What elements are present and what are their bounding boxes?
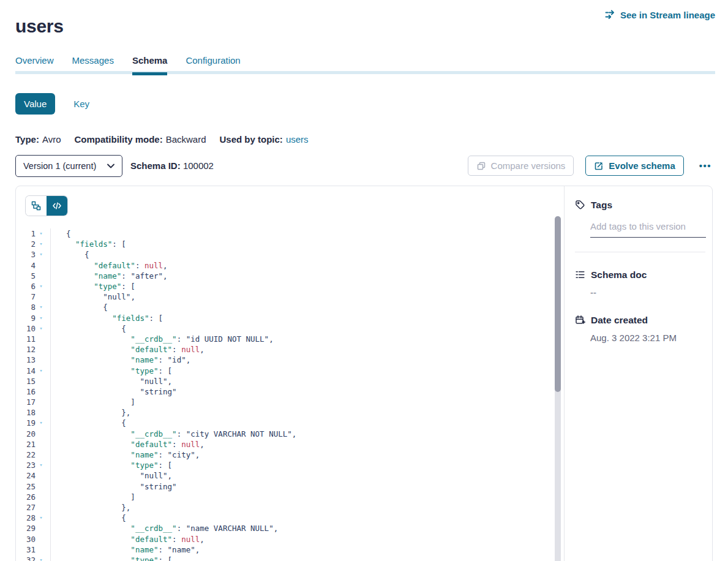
code-line: 32▾ "type": [ (16, 555, 552, 561)
edit-icon (594, 161, 604, 171)
code-line: 16 "string" (16, 386, 552, 397)
line-number: 30 (16, 535, 36, 544)
editor-gutter: 19▾ (16, 418, 51, 428)
code-line: 12 "default": null, (16, 344, 552, 355)
line-number: 24 (16, 471, 36, 480)
editor-gutter: 3▾ (16, 249, 51, 260)
tab-configuration[interactable]: Configuration (186, 55, 240, 75)
version-select[interactable]: Version 1 (current) (15, 155, 122, 177)
date-created-title: Date created (575, 315, 704, 326)
schema-doc-value: -- (590, 287, 704, 298)
line-number: 4 (16, 261, 36, 270)
compare-versions-button[interactable]: Compare versions (468, 156, 574, 176)
code-text: { (51, 303, 108, 312)
line-number: 10 (16, 324, 36, 333)
code-line: 20 "__crdb__": "city VARCHAR NOT NULL", (16, 429, 552, 439)
stream-lineage-icon (605, 9, 616, 20)
fold-toggle-icon[interactable]: ▾ (36, 252, 47, 257)
line-number: 25 (16, 482, 36, 491)
line-number: 15 (16, 377, 36, 386)
editor-gutter: 23▾ (16, 460, 51, 470)
calendar-plus-icon (575, 315, 585, 325)
version-toolbar: Version 1 (current) Schema ID: 100002 Co… (15, 155, 715, 177)
line-number: 17 (16, 397, 36, 407)
line-number: 26 (16, 492, 36, 502)
topic-link[interactable]: users (286, 134, 309, 145)
line-number: 3 (16, 250, 36, 259)
stream-lineage-link[interactable]: See in Stream lineage (605, 9, 715, 20)
line-number: 6 (16, 282, 36, 291)
code-line: 19▾ { (16, 418, 552, 428)
schema-editor-panel: 1▾{2▾ "fields": [3▾ {4 "default": null,5… (16, 186, 565, 561)
fold-toggle-icon[interactable]: ▾ (36, 557, 47, 561)
code-line: 8▾ { (16, 302, 552, 312)
code-line: 15 "null", (16, 376, 552, 386)
fold-toggle-icon[interactable]: ▾ (36, 231, 47, 236)
tab-messages[interactable]: Messages (72, 55, 114, 75)
code-icon (52, 201, 62, 211)
fold-toggle-icon[interactable]: ▾ (36, 284, 47, 289)
code-line: 5 "name": "after", (16, 271, 552, 281)
editor-gutter: 18 (16, 407, 51, 418)
date-created-value: Aug. 3 2022 3:21 PM (590, 333, 704, 343)
schema-doc-title: Schema doc (575, 269, 704, 280)
code-line: 24 "null", (16, 470, 552, 481)
schema-code-editor[interactable]: 1▾{2▾ "fields": [3▾ {4 "default": null,5… (16, 228, 552, 561)
code-text: "fields": [ (51, 314, 163, 323)
editor-scrollbar[interactable] (555, 216, 561, 561)
code-view-button[interactable] (47, 196, 67, 216)
tab-schema[interactable]: Schema (132, 55, 168, 75)
code-text: { (51, 513, 126, 522)
code-text: "null", (51, 377, 172, 386)
code-text: "fields": [ (51, 239, 126, 249)
add-tags-input[interactable] (590, 221, 706, 238)
fold-toggle-icon[interactable]: ▾ (36, 462, 47, 468)
line-number: 12 (16, 345, 36, 354)
code-text: { (51, 229, 71, 238)
editor-gutter: 5 (16, 271, 51, 281)
fold-toggle-icon[interactable]: ▾ (36, 304, 47, 310)
code-text: { (51, 418, 126, 427)
code-text: "type": [ (51, 366, 172, 375)
tag-icon (575, 200, 585, 210)
line-number: 8 (16, 303, 36, 312)
sidebar-divider (575, 252, 705, 252)
code-text: "default": null, (51, 345, 205, 354)
code-text: "string" (51, 482, 177, 491)
compatibility-field: Compatibility mode:Backward (74, 134, 206, 145)
editor-gutter: 32▾ (16, 555, 51, 561)
editor-gutter: 12 (16, 344, 51, 355)
line-number: 22 (16, 450, 36, 459)
code-text: "__crdb__": "id UUID NOT NULL", (51, 334, 274, 344)
fold-toggle-icon[interactable]: ▾ (36, 241, 47, 247)
editor-gutter: 14▾ (16, 365, 51, 375)
code-text: "default": null, (51, 440, 205, 449)
type-field: Type:Avro (15, 134, 61, 145)
fold-toggle-icon[interactable]: ▾ (36, 368, 47, 374)
key-toggle-link[interactable]: Key (73, 99, 89, 109)
tree-view-button[interactable] (26, 196, 47, 216)
editor-scrollbar-thumb[interactable] (555, 216, 561, 392)
code-text: "__crdb__": "name VARCHAR NULL", (51, 524, 278, 533)
evolve-schema-button[interactable]: Evolve schema (585, 156, 683, 176)
editor-gutter: 28▾ (16, 513, 51, 523)
line-number: 9 (16, 314, 36, 323)
code-text: "name": "id", (51, 355, 190, 364)
fold-toggle-icon[interactable]: ▾ (36, 420, 47, 426)
fold-toggle-icon[interactable]: ▾ (36, 515, 47, 521)
code-text: ] (51, 492, 135, 502)
editor-gutter: 20 (16, 429, 51, 439)
line-number: 19 (16, 418, 36, 427)
editor-gutter: 17 (16, 397, 51, 407)
line-number: 7 (16, 292, 36, 301)
editor-gutter: 26 (16, 492, 51, 502)
more-options-button[interactable]: ••• (696, 160, 715, 171)
fold-toggle-icon[interactable]: ▾ (36, 315, 47, 321)
chevron-down-icon (107, 164, 114, 168)
value-toggle-button[interactable]: Value (15, 93, 55, 115)
line-number: 27 (16, 503, 36, 512)
editor-gutter: 13 (16, 355, 51, 365)
schema-meta-row: Type:Avro Compatibility mode:Backward Us… (15, 134, 309, 145)
fold-toggle-icon[interactable]: ▾ (36, 326, 47, 331)
tab-overview[interactable]: Overview (15, 55, 54, 75)
